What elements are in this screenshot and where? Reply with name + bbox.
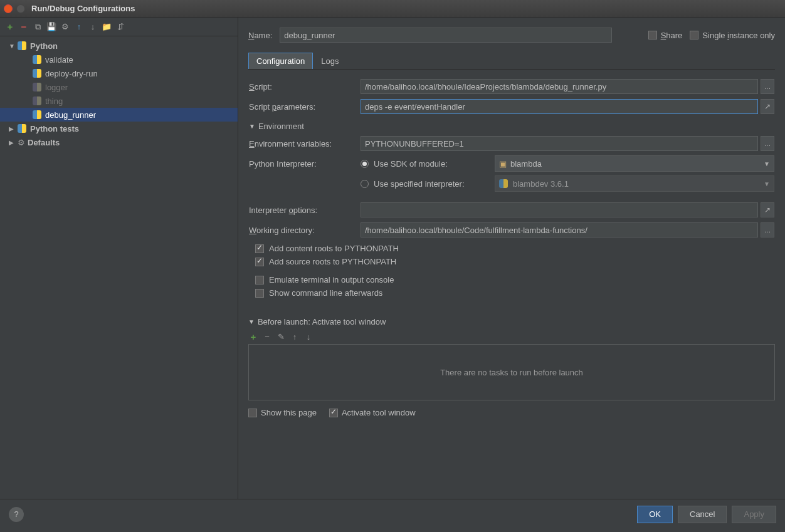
remove-icon[interactable]: − bbox=[19, 22, 29, 32]
python-icon bbox=[33, 110, 41, 119]
move-task-up-icon[interactable]: ↑ bbox=[290, 331, 300, 342]
config-tree: ▼ Python validate deploy-dry-run logger … bbox=[0, 36, 238, 499]
checkbox-label: Show command line afterwards bbox=[269, 288, 382, 298]
script-label: Script: bbox=[249, 82, 356, 91]
browse-script-button[interactable]: … bbox=[761, 79, 774, 94]
expand-interp-opts-button[interactable]: ↗ bbox=[761, 202, 774, 217]
python-icon bbox=[499, 179, 508, 188]
checkbox-label: Show this page bbox=[261, 408, 317, 417]
tabs: Configuration Logs bbox=[248, 53, 775, 70]
copy-icon[interactable]: ⧉ bbox=[33, 22, 43, 32]
tree-label: Python tests bbox=[30, 124, 79, 133]
use-sdk-radio[interactable]: Use SDK of module: bbox=[361, 159, 486, 169]
add-content-roots-checkbox[interactable]: Add content roots to PYTHONPATH bbox=[249, 244, 774, 253]
ok-button[interactable]: OK bbox=[637, 506, 673, 523]
show-command-line-checkbox[interactable]: Show command line afterwards bbox=[249, 288, 774, 298]
checkbox-label: Add source roots to PYTHONPATH bbox=[269, 257, 396, 266]
gear-icon: ⚙ bbox=[18, 138, 25, 147]
configuration-panel: Script: … Script parameters: ↗ ▼ Environ… bbox=[248, 70, 775, 308]
tree-label: validate bbox=[45, 55, 73, 65]
footer: ? OK Cancel Apply bbox=[0, 499, 785, 529]
chevron-down-icon: ▼ bbox=[248, 318, 255, 325]
chevron-right-icon: ▶ bbox=[9, 139, 18, 146]
content-panel: Name: Share Single instance only Configu… bbox=[238, 18, 785, 499]
show-this-page-checkbox[interactable]: Show this page bbox=[248, 408, 317, 417]
remove-task-icon[interactable]: − bbox=[262, 331, 272, 342]
checkbox-label: Add content roots to PYTHONPATH bbox=[269, 244, 399, 253]
tree-item-debug-runner[interactable]: debug_runner bbox=[0, 108, 238, 122]
chevron-right-icon: ▶ bbox=[9, 125, 18, 132]
titlebar: Run/Debug Configurations bbox=[0, 0, 785, 18]
name-label: Name: bbox=[248, 31, 272, 40]
interpreter-label: Python Interpreter: bbox=[249, 159, 356, 169]
environment-section-header[interactable]: ▼ Environment bbox=[249, 122, 774, 131]
specified-interpreter-dropdown[interactable]: blambdev 3.6.1 ▼ bbox=[495, 175, 774, 192]
tree-label: thing bbox=[45, 96, 63, 106]
add-icon[interactable]: + bbox=[5, 22, 15, 32]
close-icon[interactable] bbox=[4, 4, 13, 13]
single-instance-checkbox[interactable]: Single instance only bbox=[690, 31, 775, 40]
tasks-list-empty: There are no tasks to run before launch bbox=[248, 344, 775, 400]
checkbox-label: Emulate terminal in output console bbox=[269, 275, 394, 284]
workdir-input[interactable] bbox=[361, 222, 758, 237]
edit-task-icon[interactable]: ✎ bbox=[276, 331, 286, 342]
tree-label: deploy-dry-run bbox=[45, 69, 98, 78]
params-label: Script parameters: bbox=[249, 102, 356, 112]
folder-icon[interactable]: 📁 bbox=[102, 22, 112, 32]
workdir-label: Working directory: bbox=[249, 226, 356, 235]
browse-workdir-button[interactable]: … bbox=[761, 222, 774, 237]
move-task-down-icon[interactable]: ↓ bbox=[303, 331, 313, 342]
before-launch-toolbar: + − ✎ ↑ ↓ bbox=[248, 329, 775, 344]
sdk-module-dropdown[interactable]: ▣ blambda ▼ bbox=[495, 155, 774, 172]
before-launch-section-header[interactable]: ▼ Before launch: Activate tool window bbox=[248, 317, 775, 326]
tab-logs[interactable]: Logs bbox=[313, 53, 347, 69]
add-task-icon[interactable]: + bbox=[248, 331, 258, 342]
dropdown-value: blambdev 3.6.1 bbox=[513, 179, 569, 189]
edit-envvars-button[interactable]: … bbox=[761, 136, 774, 151]
sidebar: + − ⧉ 💾 ⚙ ↑ ↓ 📁 ⇵ ▼ Python validate depl… bbox=[0, 18, 238, 499]
chevron-down-icon: ▼ bbox=[249, 123, 255, 130]
chevron-down-icon: ▼ bbox=[764, 160, 770, 167]
help-button[interactable]: ? bbox=[9, 507, 24, 522]
envvars-input[interactable] bbox=[361, 136, 758, 151]
script-input[interactable] bbox=[361, 79, 758, 94]
python-icon bbox=[33, 69, 41, 78]
use-specified-radio[interactable]: Use specified interpreter: bbox=[361, 179, 486, 189]
section-label: Environment bbox=[258, 122, 304, 131]
minimize-icon[interactable] bbox=[16, 4, 25, 13]
python-icon bbox=[18, 41, 26, 50]
activate-tool-window-checkbox[interactable]: Activate tool window bbox=[329, 408, 416, 417]
tree-item-validate[interactable]: validate bbox=[0, 53, 238, 66]
emulate-terminal-checkbox[interactable]: Emulate terminal in output console bbox=[249, 275, 774, 284]
envvars-label: Environment variables: bbox=[249, 139, 356, 149]
move-up-icon[interactable]: ↑ bbox=[74, 22, 84, 32]
tree-item-deploy-dry-run[interactable]: deploy-dry-run bbox=[0, 66, 238, 80]
tab-configuration[interactable]: Configuration bbox=[248, 53, 313, 69]
settings-icon[interactable]: ⚙ bbox=[60, 22, 70, 32]
collapse-icon[interactable]: ⇵ bbox=[115, 22, 125, 32]
cancel-button[interactable]: Cancel bbox=[678, 506, 727, 523]
tree-category-defaults[interactable]: ▶ ⚙ Defaults bbox=[0, 135, 238, 149]
chevron-down-icon: ▼ bbox=[9, 43, 18, 50]
tree-category-python[interactable]: ▼ Python bbox=[0, 39, 238, 53]
chevron-down-icon: ▼ bbox=[764, 180, 770, 187]
share-checkbox[interactable]: Share bbox=[648, 31, 683, 40]
tree-label: debug_runner bbox=[45, 110, 96, 120]
script-params-input[interactable] bbox=[361, 99, 758, 114]
name-input[interactable] bbox=[280, 28, 612, 43]
apply-button[interactable]: Apply bbox=[732, 506, 776, 523]
save-icon[interactable]: 💾 bbox=[46, 22, 56, 32]
add-source-roots-checkbox[interactable]: Add source roots to PYTHONPATH bbox=[249, 257, 774, 266]
move-down-icon[interactable]: ↓ bbox=[88, 22, 98, 32]
python-icon bbox=[18, 124, 26, 133]
interpreter-options-input[interactable] bbox=[361, 202, 758, 217]
tree-category-python-tests[interactable]: ▶ Python tests bbox=[0, 122, 238, 135]
tree-label: Defaults bbox=[28, 138, 60, 147]
python-icon bbox=[33, 96, 41, 105]
window-title: Run/Debug Configurations bbox=[31, 4, 135, 13]
tree-item-thing[interactable]: thing bbox=[0, 94, 238, 108]
tree-item-logger[interactable]: logger bbox=[0, 80, 238, 94]
python-icon bbox=[33, 83, 41, 91]
expand-params-button[interactable]: ↗ bbox=[761, 99, 774, 114]
python-icon bbox=[33, 55, 41, 64]
